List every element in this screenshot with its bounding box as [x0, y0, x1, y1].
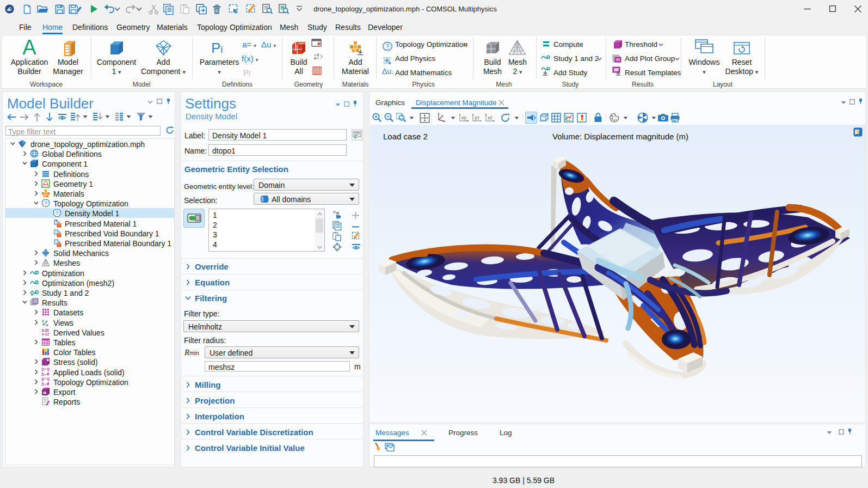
svg-text:xz: xz — [488, 115, 493, 120]
svg-text:e-12: e-12 — [42, 332, 49, 336]
svg-text:?: ? — [386, 44, 389, 50]
svg-text:yz: yz — [475, 115, 480, 120]
svg-text:?: ? — [44, 200, 47, 206]
svg-text:8.85: 8.85 — [42, 328, 49, 332]
svg-text:xy: xy — [461, 115, 467, 120]
svg-text:?: ? — [56, 210, 58, 216]
